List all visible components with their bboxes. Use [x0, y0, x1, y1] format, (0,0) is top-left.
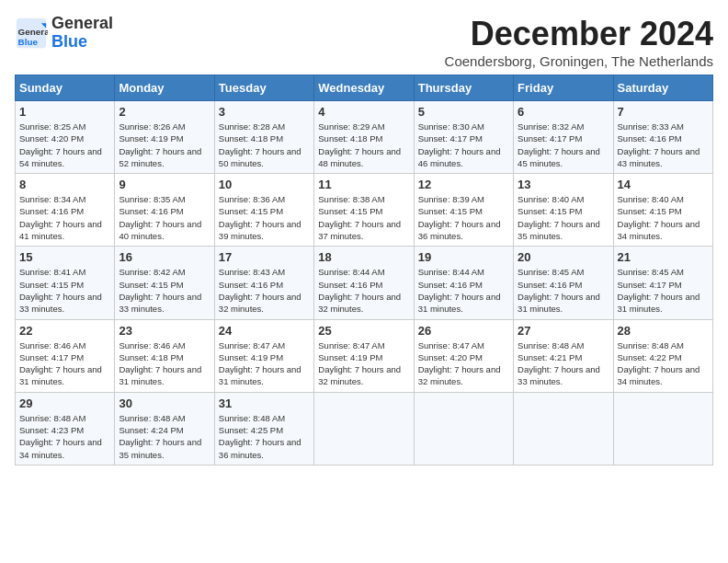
day-info: Sunrise: 8:47 AM Sunset: 4:19 PM Dayligh… [219, 339, 310, 388]
calendar-cell: 20 Sunrise: 8:45 AM Sunset: 4:16 PM Dayl… [514, 247, 613, 319]
logo-blue: Blue [51, 32, 87, 51]
day-info: Sunrise: 8:40 AM Sunset: 4:15 PM Dayligh… [518, 193, 609, 242]
logo-icon: General Blue [15, 17, 48, 50]
day-info: Sunrise: 8:42 AM Sunset: 4:15 PM Dayligh… [119, 266, 210, 315]
day-info: Sunrise: 8:48 AM Sunset: 4:24 PM Dayligh… [119, 412, 210, 461]
day-number: 6 [518, 105, 609, 119]
calendar-cell: 24 Sunrise: 8:47 AM Sunset: 4:19 PM Dayl… [214, 319, 313, 392]
calendar-cell [613, 392, 712, 465]
day-number: 10 [219, 178, 310, 191]
subtitle: Coendersborg, Groningen, The Netherlands [445, 53, 713, 69]
calendar-cell: 23 Sunrise: 8:46 AM Sunset: 4:18 PM Dayl… [115, 319, 214, 392]
day-info: Sunrise: 8:43 AM Sunset: 4:16 PM Dayligh… [219, 266, 310, 315]
day-info: Sunrise: 8:35 AM Sunset: 4:16 PM Dayligh… [119, 193, 210, 242]
day-info: Sunrise: 8:48 AM Sunset: 4:25 PM Dayligh… [219, 412, 310, 461]
day-number: 14 [618, 178, 709, 191]
header-tuesday: Tuesday [214, 75, 313, 101]
calendar-cell: 2 Sunrise: 8:26 AM Sunset: 4:19 PM Dayli… [115, 101, 214, 174]
day-number: 11 [318, 178, 409, 191]
calendar-cell: 17 Sunrise: 8:43 AM Sunset: 4:16 PM Dayl… [214, 247, 313, 319]
header-sunday: Sunday [16, 75, 115, 101]
day-number: 23 [119, 324, 210, 338]
day-number: 25 [318, 324, 409, 338]
calendar-cell: 1 Sunrise: 8:25 AM Sunset: 4:20 PM Dayli… [16, 101, 115, 174]
day-info: Sunrise: 8:33 AM Sunset: 4:16 PM Dayligh… [618, 121, 709, 169]
day-number: 31 [219, 396, 310, 410]
day-info: Sunrise: 8:29 AM Sunset: 4:18 PM Dayligh… [318, 121, 409, 169]
calendar-week-row: 15 Sunrise: 8:41 AM Sunset: 4:15 PM Dayl… [16, 247, 713, 319]
day-info: Sunrise: 8:34 AM Sunset: 4:16 PM Dayligh… [19, 193, 110, 242]
svg-text:General: General [18, 27, 48, 37]
header-friday: Friday [514, 75, 613, 101]
day-info: Sunrise: 8:48 AM Sunset: 4:23 PM Dayligh… [19, 412, 110, 461]
day-number: 4 [318, 105, 409, 119]
day-number: 24 [219, 324, 310, 338]
calendar-cell: 27 Sunrise: 8:48 AM Sunset: 4:21 PM Dayl… [514, 319, 613, 392]
day-number: 17 [219, 250, 310, 264]
calendar-cell [314, 392, 414, 465]
day-number: 7 [618, 105, 709, 119]
day-info: Sunrise: 8:38 AM Sunset: 4:15 PM Dayligh… [318, 193, 409, 242]
logo-general: General [51, 14, 113, 32]
day-number: 15 [19, 250, 110, 264]
calendar-cell: 15 Sunrise: 8:41 AM Sunset: 4:15 PM Dayl… [16, 247, 115, 319]
calendar-cell: 5 Sunrise: 8:30 AM Sunset: 4:17 PM Dayli… [414, 101, 513, 174]
day-number: 2 [119, 105, 210, 119]
header-thursday: Thursday [414, 75, 513, 101]
month-title: December 2024 [445, 15, 713, 53]
day-number: 3 [219, 105, 310, 119]
header-wednesday: Wednesday [314, 75, 414, 101]
calendar-cell: 11 Sunrise: 8:38 AM Sunset: 4:15 PM Dayl… [314, 174, 414, 247]
header-monday: Monday [115, 75, 214, 101]
calendar-cell: 26 Sunrise: 8:47 AM Sunset: 4:20 PM Dayl… [414, 319, 513, 392]
day-info: Sunrise: 8:47 AM Sunset: 4:19 PM Dayligh… [318, 339, 409, 388]
day-number: 27 [518, 324, 609, 338]
day-info: Sunrise: 8:28 AM Sunset: 4:18 PM Dayligh… [219, 121, 310, 169]
calendar-cell: 13 Sunrise: 8:40 AM Sunset: 4:15 PM Dayl… [514, 174, 613, 247]
day-number: 22 [19, 324, 110, 338]
calendar-cell: 19 Sunrise: 8:44 AM Sunset: 4:16 PM Dayl… [414, 247, 513, 319]
day-number: 1 [19, 105, 110, 119]
day-number: 8 [19, 178, 110, 191]
day-info: Sunrise: 8:48 AM Sunset: 4:21 PM Dayligh… [518, 339, 609, 388]
day-number: 13 [518, 178, 609, 191]
day-number: 5 [418, 105, 509, 119]
day-info: Sunrise: 8:46 AM Sunset: 4:17 PM Dayligh… [19, 339, 110, 388]
calendar-cell: 10 Sunrise: 8:36 AM Sunset: 4:15 PM Dayl… [214, 174, 313, 247]
day-number: 12 [418, 178, 509, 191]
day-info: Sunrise: 8:30 AM Sunset: 4:17 PM Dayligh… [418, 121, 509, 169]
calendar-cell: 16 Sunrise: 8:42 AM Sunset: 4:15 PM Dayl… [115, 247, 214, 319]
day-number: 21 [618, 250, 709, 264]
calendar-cell: 28 Sunrise: 8:48 AM Sunset: 4:22 PM Dayl… [613, 319, 712, 392]
title-area: December 2024 Coendersborg, Groningen, T… [445, 15, 713, 69]
calendar-cell: 29 Sunrise: 8:48 AM Sunset: 4:23 PM Dayl… [16, 392, 115, 465]
calendar-cell [414, 392, 513, 465]
header-saturday: Saturday [613, 75, 712, 101]
day-info: Sunrise: 8:45 AM Sunset: 4:16 PM Dayligh… [518, 266, 609, 315]
day-info: Sunrise: 8:36 AM Sunset: 4:15 PM Dayligh… [219, 193, 310, 242]
day-info: Sunrise: 8:41 AM Sunset: 4:15 PM Dayligh… [19, 266, 110, 315]
header: General Blue General Blue December 2024 … [15, 15, 713, 69]
calendar-cell [514, 392, 613, 465]
calendar-cell: 8 Sunrise: 8:34 AM Sunset: 4:16 PM Dayli… [16, 174, 115, 247]
calendar-cell: 31 Sunrise: 8:48 AM Sunset: 4:25 PM Dayl… [214, 392, 313, 465]
calendar-week-row: 29 Sunrise: 8:48 AM Sunset: 4:23 PM Dayl… [16, 392, 713, 465]
day-number: 19 [418, 250, 509, 264]
calendar-cell: 18 Sunrise: 8:44 AM Sunset: 4:16 PM Dayl… [314, 247, 414, 319]
day-number: 16 [119, 250, 210, 264]
day-number: 30 [119, 396, 210, 410]
day-info: Sunrise: 8:32 AM Sunset: 4:17 PM Dayligh… [518, 121, 609, 169]
day-number: 20 [518, 250, 609, 264]
day-number: 29 [19, 396, 110, 410]
calendar-cell: 12 Sunrise: 8:39 AM Sunset: 4:15 PM Dayl… [414, 174, 513, 247]
day-info: Sunrise: 8:44 AM Sunset: 4:16 PM Dayligh… [318, 266, 409, 315]
day-number: 9 [119, 178, 210, 191]
day-info: Sunrise: 8:45 AM Sunset: 4:17 PM Dayligh… [618, 266, 709, 315]
calendar-cell: 6 Sunrise: 8:32 AM Sunset: 4:17 PM Dayli… [514, 101, 613, 174]
day-info: Sunrise: 8:44 AM Sunset: 4:16 PM Dayligh… [418, 266, 509, 315]
logo: General Blue General Blue [15, 15, 113, 52]
day-number: 28 [618, 324, 709, 338]
calendar-week-row: 1 Sunrise: 8:25 AM Sunset: 4:20 PM Dayli… [16, 101, 713, 174]
calendar-cell: 22 Sunrise: 8:46 AM Sunset: 4:17 PM Dayl… [16, 319, 115, 392]
day-number: 18 [318, 250, 409, 264]
